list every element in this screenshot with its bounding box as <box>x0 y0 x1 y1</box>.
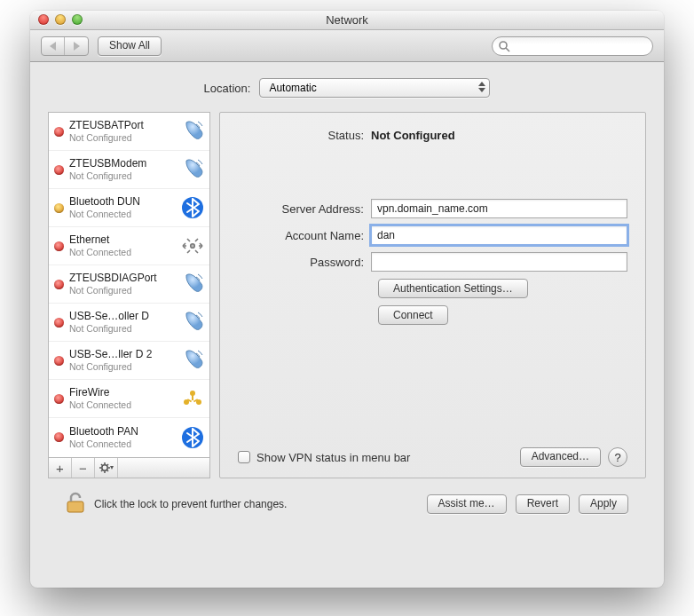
svg-line-18 <box>101 470 102 471</box>
server-address-field[interactable]: vpn.domain_name.com <box>371 199 627 218</box>
service-name: Bluetooth PAN <box>69 425 174 438</box>
show-vpn-status-checkbox[interactable] <box>238 451 250 463</box>
svg-rect-20 <box>67 501 83 512</box>
window-title: Network <box>326 13 368 27</box>
search-icon <box>498 40 510 52</box>
service-name: ZTEUSBDIAGPort <box>69 272 174 284</box>
svg-line-16 <box>101 464 102 465</box>
location-value: Automatic <box>269 82 316 94</box>
lock-icon[interactable] <box>66 491 85 517</box>
minimize-window-button[interactable] <box>55 14 66 25</box>
status-dot-icon <box>54 318 64 328</box>
bluetooth-icon <box>179 194 206 221</box>
forward-button[interactable] <box>65 37 88 55</box>
lock-message: Click the lock to prevent further change… <box>94 498 287 510</box>
service-status: Not Configured <box>69 360 174 373</box>
service-toolbar-spacer <box>118 458 209 478</box>
service-name: FireWire <box>69 386 174 399</box>
remove-service-button[interactable]: − <box>72 458 95 478</box>
nav-back-forward[interactable] <box>41 36 89 56</box>
location-popup[interactable]: Automatic <box>259 78 490 98</box>
svg-line-19 <box>106 464 107 465</box>
service-name: USB-Se…oller D <box>69 310 174 322</box>
phone-handset-icon <box>179 156 206 183</box>
detail-pane: Status: Not Configured Server Address: v… <box>219 112 646 478</box>
phone-handset-icon <box>179 347 206 374</box>
show-vpn-status-label: Show VPN status in menu bar <box>256 451 410 464</box>
phone-handset-icon <box>179 309 206 336</box>
revert-button[interactable]: Revert <box>516 494 570 514</box>
service-status: Not Configured <box>69 322 174 335</box>
service-item[interactable]: USB-Se…oller DNot Configured <box>49 304 209 342</box>
svg-line-1 <box>506 48 509 51</box>
service-list: ZTEUSBATPortNot ConfiguredZTEUSBModemNot… <box>48 112 210 458</box>
status-dot-icon <box>54 280 64 289</box>
status-value: Not Configured <box>371 129 455 142</box>
help-button[interactable]: ? <box>608 447 627 467</box>
svg-point-11 <box>101 465 106 470</box>
status-dot-icon <box>54 203 64 213</box>
auth-settings-button[interactable]: Authentication Settings… <box>378 279 528 298</box>
connect-button[interactable]: Connect <box>378 305 448 325</box>
service-name: Bluetooth DUN <box>69 195 174 208</box>
service-status: Not Connected <box>69 208 174 220</box>
service-item[interactable]: ZTEUSBModemNot Configured <box>49 151 209 189</box>
password-label: Password: <box>238 256 371 269</box>
status-dot-icon <box>54 165 64 175</box>
service-name: USB-Se…ller D 2 <box>69 348 174 360</box>
assist-me-button[interactable]: Assist me… <box>427 494 507 514</box>
service-name: ZTEUSBATPort <box>69 119 174 131</box>
zoom-window-button[interactable] <box>72 14 83 25</box>
server-address-label: Server Address: <box>238 202 371 216</box>
chevron-updown-icon <box>478 82 485 92</box>
close-window-button[interactable] <box>38 14 49 25</box>
apply-button[interactable]: Apply <box>579 494 628 514</box>
service-item[interactable]: Bluetooth DUNNot Connected <box>49 189 209 227</box>
service-status: Not Configured <box>69 284 174 296</box>
status-dot-icon <box>54 127 64 137</box>
search-input[interactable] <box>492 36 653 56</box>
service-status: Not Configured <box>69 170 174 182</box>
status-dot-icon <box>54 432 64 442</box>
status-dot-icon <box>54 394 64 404</box>
chevron-left-icon <box>50 42 56 51</box>
account-name-label: Account Name: <box>238 229 371 242</box>
svg-line-17 <box>106 470 107 471</box>
service-action-menu[interactable] <box>95 458 118 478</box>
svg-point-3 <box>191 244 195 249</box>
service-item[interactable]: FireWireNot Connected <box>49 380 209 418</box>
service-item[interactable]: ZTEUSBDIAGPortNot Configured <box>49 265 209 304</box>
firewire-icon <box>179 385 206 412</box>
status-label: Status: <box>238 129 371 142</box>
service-status: Not Configured <box>69 131 174 144</box>
service-item[interactable]: USB-Se…ller D 2Not Configured <box>49 342 209 380</box>
ethernet-icon <box>179 233 206 259</box>
show-all-button[interactable]: Show All <box>98 36 162 56</box>
service-status: Not Connected <box>69 399 174 411</box>
service-name: Ethernet <box>69 233 174 246</box>
service-item[interactable]: ZTEUSBATPortNot Configured <box>49 113 209 151</box>
add-service-button[interactable]: + <box>49 458 72 478</box>
location-label: Location: <box>204 82 251 95</box>
service-status: Not Connected <box>69 246 174 258</box>
bluetooth-icon <box>179 424 206 451</box>
svg-point-0 <box>500 42 507 49</box>
svg-rect-7 <box>192 395 193 400</box>
phone-handset-icon <box>179 271 206 297</box>
chevron-right-icon <box>74 42 80 51</box>
status-dot-icon <box>54 356 64 366</box>
advanced-button[interactable]: Advanced… <box>520 447 601 467</box>
phone-handset-icon <box>179 118 206 145</box>
back-button[interactable] <box>42 37 65 55</box>
account-name-field[interactable]: dan <box>371 225 627 245</box>
service-item[interactable]: Bluetooth PANNot Connected <box>49 418 209 456</box>
status-dot-icon <box>54 241 64 251</box>
gear-icon <box>99 462 114 473</box>
password-field[interactable] <box>371 252 627 272</box>
service-status: Not Connected <box>69 438 174 450</box>
service-name: ZTEUSBModem <box>69 157 174 170</box>
service-item[interactable]: EthernetNot Connected <box>49 227 209 265</box>
